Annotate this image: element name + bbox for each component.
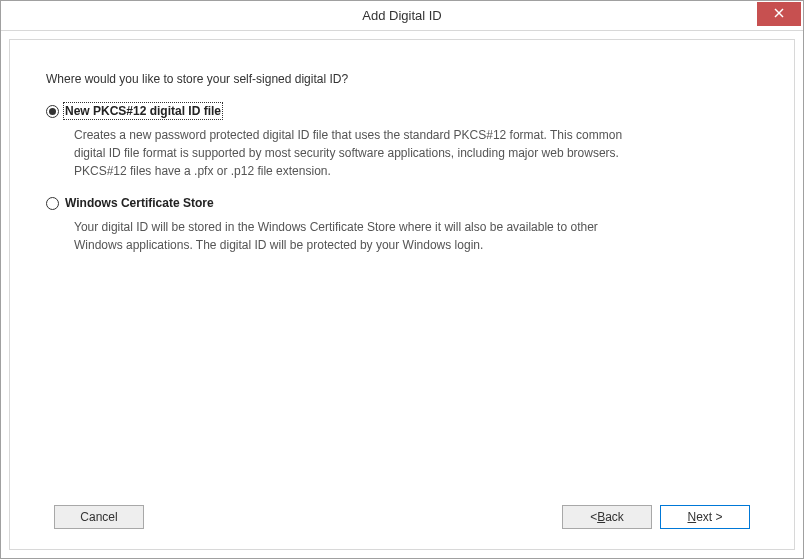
cancel-button[interactable]: Cancel [54, 505, 144, 529]
option-desc-pkcs12: Creates a new password protected digital… [74, 126, 634, 180]
prompt-text: Where would you like to store your self-… [46, 72, 758, 86]
close-button[interactable] [757, 2, 801, 26]
close-icon [774, 7, 784, 21]
radio-windows-store[interactable] [46, 197, 59, 210]
content-spacer [46, 270, 758, 491]
dialog-window: Add Digital ID Where would you like to s… [0, 0, 804, 559]
next-button[interactable]: Next > [660, 505, 750, 529]
button-row: Cancel < Back Next > [46, 491, 758, 529]
window-title: Add Digital ID [1, 8, 803, 23]
radio-pkcs12[interactable] [46, 105, 59, 118]
dialog-body: Where would you like to store your self-… [1, 31, 803, 558]
option-header: New PKCS#12 digital ID file [46, 104, 758, 118]
option-label-windows-store: Windows Certificate Store [65, 196, 214, 210]
content-panel: Where would you like to store your self-… [9, 39, 795, 550]
option-label-pkcs12: New PKCS#12 digital ID file [65, 104, 221, 118]
option-windows-store[interactable]: Windows Certificate Store Your digital I… [46, 196, 758, 254]
option-desc-windows-store: Your digital ID will be stored in the Wi… [74, 218, 634, 254]
back-button[interactable]: < Back [562, 505, 652, 529]
option-pkcs12[interactable]: New PKCS#12 digital ID file Creates a ne… [46, 104, 758, 180]
titlebar: Add Digital ID [1, 1, 803, 31]
option-header: Windows Certificate Store [46, 196, 758, 210]
